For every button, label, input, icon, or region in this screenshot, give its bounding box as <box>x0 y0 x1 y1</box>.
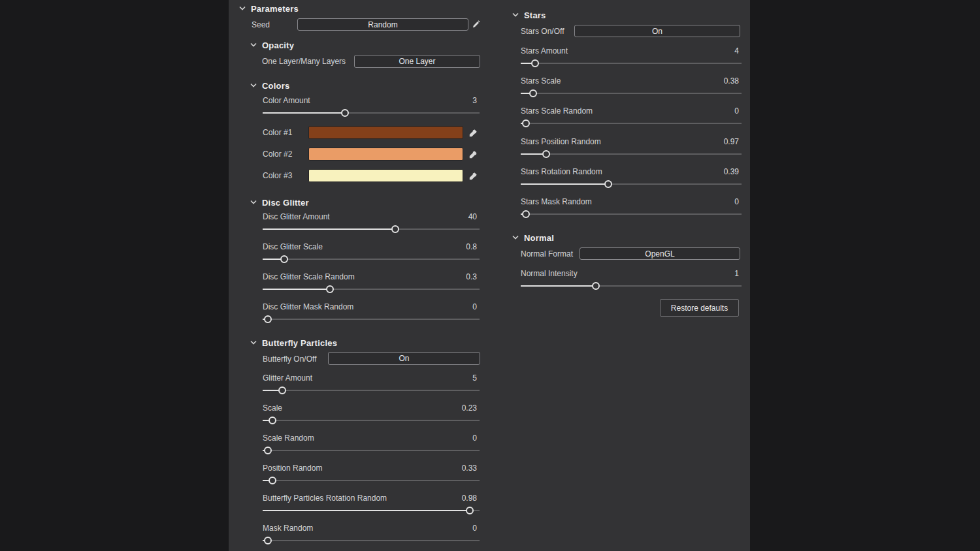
stars-position-random-slider[interactable] <box>521 150 742 159</box>
stars-rotation-random-slider[interactable] <box>521 180 742 189</box>
param-value: 0.98 <box>462 494 480 503</box>
slider-knob[interactable] <box>522 119 530 127</box>
eyedropper-icon[interactable] <box>468 170 478 181</box>
slider-knob[interactable] <box>278 386 286 394</box>
param-butterfly-rotation-random: Butterfly Particles Rotation Random 0.98 <box>263 493 480 515</box>
param-label: Glitter Amount <box>263 373 312 383</box>
butterfly-rotation-random-slider[interactable] <box>263 506 480 515</box>
param-value: 0.33 <box>462 464 480 473</box>
slider-knob[interactable] <box>522 210 530 218</box>
param-label: Disc Glitter Mask Random <box>263 302 353 311</box>
normal-intensity-slider[interactable] <box>521 281 742 291</box>
param-glitter-amount: Glitter Amount 5 <box>263 373 480 395</box>
color-amount-slider[interactable] <box>263 108 480 118</box>
section-header-disc-glitter[interactable]: Disc Glitter <box>250 197 309 208</box>
right-column: Stars Stars On/Off On Stars Amount 4 Sta… <box>512 0 742 551</box>
param-label: Butterfly Particles Rotation Random <box>263 494 387 503</box>
slider-knob[interactable] <box>391 225 399 233</box>
param-label: Disc Glitter Scale <box>263 242 323 251</box>
eyedropper-icon[interactable] <box>468 127 478 138</box>
section-header-colors[interactable]: Colors <box>250 80 289 91</box>
one-layer-row: One Layer/Many Layers One Layer <box>229 54 490 68</box>
slider-knob[interactable] <box>531 59 539 67</box>
color-1-swatch[interactable] <box>308 126 463 139</box>
param-value: 0 <box>472 433 480 443</box>
slider-knob[interactable] <box>592 282 600 290</box>
mask-random-slider[interactable] <box>263 536 480 545</box>
param-stars-scale: Stars Scale 0.38 <box>521 76 742 98</box>
slider-knob[interactable] <box>269 477 276 484</box>
app-window: Parameters Seed Random Opacity One Layer… <box>0 0 980 551</box>
stars-scale-slider[interactable] <box>521 89 742 98</box>
edit-pencil-icon[interactable] <box>470 19 481 29</box>
slider-knob[interactable] <box>280 255 288 263</box>
slider-knob[interactable] <box>542 150 550 158</box>
section-header-parameters[interactable]: Parameters <box>239 3 299 14</box>
param-stars-mask-random: Stars Mask Random 0 <box>521 197 742 219</box>
slider-knob[interactable] <box>326 285 334 293</box>
param-label: Stars Scale Random <box>521 106 593 116</box>
color-3-row: Color #3 <box>229 169 490 182</box>
param-value: 0.23 <box>462 403 480 413</box>
chevron-down-icon <box>512 13 519 17</box>
param-value: 0.39 <box>724 167 742 176</box>
param-label: Normal Intensity <box>521 269 578 278</box>
param-scale-random: Scale Random 0 <box>263 433 480 455</box>
slider-knob[interactable] <box>466 507 474 514</box>
color-2-swatch[interactable] <box>308 148 463 161</box>
stars-amount-slider[interactable] <box>521 59 742 68</box>
slider-knob[interactable] <box>269 417 276 424</box>
section-title: Normal <box>524 233 554 243</box>
param-value: 0.3 <box>466 272 480 281</box>
slider-knob[interactable] <box>529 89 537 97</box>
param-stars-amount: Stars Amount 4 <box>521 46 742 68</box>
color-3-swatch[interactable] <box>308 169 463 182</box>
disc-glitter-scale-random-slider[interactable] <box>263 285 480 294</box>
param-stars-scale-random: Stars Scale Random 0 <box>521 106 742 128</box>
seed-value-button[interactable]: Random <box>297 18 468 31</box>
position-random-slider[interactable] <box>263 476 480 485</box>
param-value: 0 <box>472 524 480 533</box>
disc-glitter-amount-slider[interactable] <box>263 225 480 234</box>
one-layer-label: One Layer/Many Layers <box>262 54 346 68</box>
param-label: Stars Position Random <box>521 137 601 146</box>
param-color-amount: Color Amount 3 <box>263 95 480 118</box>
param-mask-random: Mask Random 0 <box>263 523 480 545</box>
slider-knob[interactable] <box>264 315 272 323</box>
param-value: 0.8 <box>466 242 480 251</box>
slider-knob[interactable] <box>604 180 612 188</box>
color-2-label: Color #2 <box>263 148 292 161</box>
param-label: Scale <box>263 403 282 413</box>
section-header-opacity[interactable]: Opacity <box>250 39 294 51</box>
stars-scale-random-slider[interactable] <box>521 119 742 128</box>
restore-defaults-button[interactable]: Restore defaults <box>660 299 739 317</box>
stars-onoff-button[interactable]: On <box>574 25 740 37</box>
one-layer-button[interactable]: One Layer <box>354 55 480 68</box>
glitter-amount-slider[interactable] <box>263 386 480 395</box>
stars-mask-random-slider[interactable] <box>521 210 742 219</box>
param-value: 0 <box>734 197 742 206</box>
normal-format-button[interactable]: OpenGL <box>580 247 740 260</box>
slider-fill <box>263 228 395 230</box>
slider-knob[interactable] <box>341 109 349 117</box>
chevron-down-icon <box>512 236 519 240</box>
section-header-butterfly-particles[interactable]: Butterfly Particles <box>250 337 337 349</box>
param-label: Disc Glitter Amount <box>263 212 330 221</box>
section-header-stars[interactable]: Stars <box>512 9 546 21</box>
section-title: Butterfly Particles <box>262 338 337 348</box>
disc-glitter-scale-slider[interactable] <box>263 255 480 264</box>
param-label: Stars Scale <box>521 76 561 86</box>
scale-random-slider[interactable] <box>263 446 480 455</box>
slider-knob[interactable] <box>264 447 272 454</box>
slider-knob[interactable] <box>264 537 272 544</box>
scale-slider[interactable] <box>263 416 480 425</box>
chevron-down-icon <box>250 43 257 47</box>
color-1-label: Color #1 <box>263 126 292 139</box>
section-title: Opacity <box>262 40 294 50</box>
section-header-normal[interactable]: Normal <box>512 232 554 244</box>
disc-glitter-mask-random-slider[interactable] <box>263 315 480 324</box>
eyedropper-icon[interactable] <box>468 149 478 159</box>
butterfly-onoff-button[interactable]: On <box>328 352 480 365</box>
color-3-label: Color #3 <box>263 169 292 182</box>
chevron-down-icon <box>250 200 257 204</box>
